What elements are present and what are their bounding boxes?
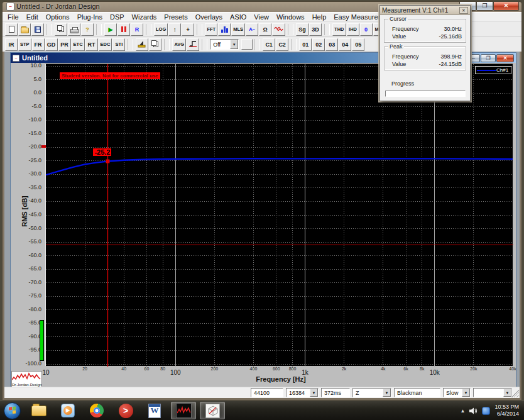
c1-button[interactable]: C1 (263, 38, 275, 51)
fft-size-field[interactable]: 16384▼ (286, 388, 319, 397)
tray-clock[interactable]: 10:53 PM 6/4/2014 (494, 404, 519, 417)
preset-05-button[interactable]: 05 (352, 38, 364, 51)
thd-button[interactable]: THD (332, 23, 346, 36)
a-weighting-button[interactable]: A~ (246, 23, 258, 36)
chrome-taskbar-icon[interactable] (84, 402, 109, 419)
chevron-down-icon[interactable]: ▼ (383, 389, 391, 397)
explorer-taskbar-icon[interactable] (26, 402, 52, 419)
fr-button[interactable]: FR (32, 38, 45, 51)
signal-generator-button[interactable]: Sg (296, 23, 308, 36)
menu-plug-ins[interactable]: Plug-Ins (74, 13, 106, 21)
chevron-down-icon[interactable]: ▼ (230, 40, 238, 49)
weighting-field[interactable]: Z▼ (352, 388, 391, 397)
menu-asio[interactable]: ASIO (226, 13, 250, 21)
print-button[interactable] (68, 23, 80, 36)
plot-window-icon: ~ (13, 55, 19, 62)
word-taskbar-icon[interactable]: W (142, 402, 167, 419)
averaging-field[interactable]: Slow▼ (443, 388, 471, 397)
open-button[interactable] (18, 23, 31, 36)
preset-04-button[interactable]: 04 (339, 38, 351, 51)
rt-button[interactable]: RT (85, 38, 98, 51)
step-response-button[interactable] (187, 38, 199, 51)
menu-wizards[interactable]: Wizards (128, 13, 161, 21)
sti-button[interactable]: STI (112, 38, 125, 51)
chevron-down-icon[interactable]: ▼ (462, 389, 470, 397)
mls-button[interactable]: MLS (231, 23, 245, 36)
network-icon[interactable] (482, 407, 490, 415)
toolbar-separator (46, 24, 52, 35)
speaker-icon[interactable] (469, 407, 478, 414)
record-button[interactable]: R (131, 23, 143, 36)
help-button[interactable]: ? (81, 23, 94, 36)
save-button[interactable] (31, 23, 44, 36)
media-player-taskbar-icon[interactable]: ▶ (55, 402, 80, 419)
signal-wave-button[interactable] (272, 23, 285, 36)
maximize-button[interactable]: ❐ (476, 2, 493, 11)
sketch-taskbar-icon[interactable] (200, 402, 225, 419)
c2-button[interactable]: C2 (276, 38, 288, 51)
save-floppy-icon (35, 26, 41, 33)
menu-view[interactable]: View (250, 13, 273, 21)
overlay-select-combo[interactable]: Off▼ (210, 39, 239, 50)
ihd-button[interactable]: IHD (347, 23, 359, 36)
cursor-value-label: Value (392, 33, 406, 40)
watermark-label: Student version. Not for commercial use (60, 72, 160, 79)
menu-edit[interactable]: Edit (23, 13, 42, 21)
y-tick-label: -15.0 (12, 130, 41, 136)
plot-body: RMS [dB] 10.05.00.0-5.0-10.0-15.0-20.0-2… (11, 63, 516, 389)
fft-button[interactable]: FFT (205, 23, 217, 36)
pages-button[interactable] (149, 38, 161, 51)
plot-canvas[interactable]: Student version. Not for commercial use … (45, 64, 513, 366)
plot-close-button[interactable]: ✕ (496, 54, 514, 62)
y-tick-label: -55.0 (12, 238, 41, 245)
start-button[interactable] (4, 402, 21, 419)
x-tick-label: 60 (145, 367, 150, 371)
menu-options[interactable]: Options (42, 13, 74, 21)
chevron-down-icon[interactable]: ▼ (310, 389, 318, 397)
new-button[interactable] (5, 23, 18, 36)
log-scale-button[interactable]: LOG (154, 23, 168, 36)
menu-windows[interactable]: Windows (273, 13, 308, 21)
copy-button[interactable] (55, 23, 67, 36)
preset-03-button[interactable]: 03 (325, 38, 338, 51)
ir-button[interactable]: IR (5, 38, 18, 51)
three-d-button[interactable]: 3D (309, 23, 322, 36)
avg-button[interactable]: AVG (172, 38, 186, 51)
pan-button[interactable]: + (182, 23, 194, 36)
zero-button[interactable]: 0 (360, 23, 373, 36)
impedance-button[interactable]: Ω (259, 23, 271, 36)
preset-02-button[interactable]: 02 (312, 38, 325, 51)
pause-button[interactable] (117, 23, 130, 36)
pr-button[interactable]: PR (58, 38, 71, 51)
overlay-extra-button[interactable] (241, 39, 253, 50)
toolbar-separator (164, 39, 170, 50)
analyzer-taskbar-icon[interactable] (171, 402, 196, 419)
menu-help[interactable]: Help (308, 13, 330, 21)
menu-file[interactable]: File (4, 13, 23, 21)
generator-button[interactable] (136, 38, 148, 51)
play-button[interactable]: ▶ (104, 23, 117, 36)
edc-button[interactable]: EDC (99, 38, 112, 51)
resize-grip[interactable] (511, 390, 519, 397)
measurement-close-button[interactable]: ✕ (459, 7, 468, 14)
tray-chevron-icon[interactable]: ▲ (461, 408, 466, 414)
y-tick-label: 5.0 (12, 76, 41, 82)
red-app-taskbar-icon[interactable]: > (113, 402, 138, 419)
menu-presets[interactable]: Presets (160, 13, 191, 21)
vertical-zoom-button[interactable]: ↕ (168, 23, 181, 36)
extra-field[interactable]: ▼ (473, 388, 512, 397)
progress-label: Progress (391, 80, 414, 87)
chevron-down-icon[interactable]: ▼ (503, 389, 511, 397)
gd-button[interactable]: GD (45, 38, 58, 51)
etc-button[interactable]: ETC (72, 38, 85, 51)
spectrum-button[interactable] (218, 23, 231, 36)
menu-dsp[interactable]: DSP (106, 13, 128, 21)
preset-01-button[interactable]: 01 (299, 38, 312, 51)
menu-overlays[interactable]: Overlays (192, 13, 226, 21)
stp-button[interactable]: STP (18, 38, 31, 51)
close-button[interactable]: ✕ (493, 2, 519, 11)
plot-restore-button[interactable]: ❐ (481, 54, 496, 62)
measurement-titlebar[interactable]: Measurement V:1 Ch#1 ✕ (380, 6, 470, 15)
fft-window-field: Blackman (394, 388, 440, 397)
y-tick-label: 10.0 (12, 62, 41, 69)
